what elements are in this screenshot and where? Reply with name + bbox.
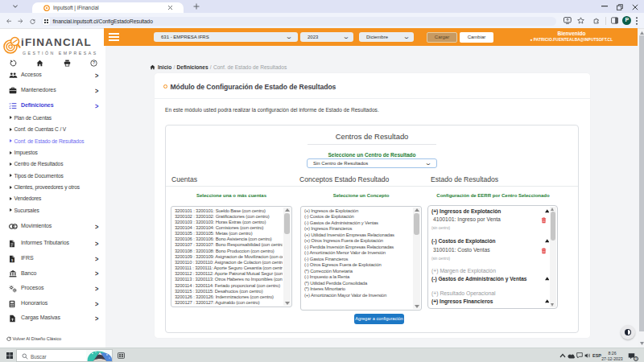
svg-text:?: ? [93, 60, 95, 65]
